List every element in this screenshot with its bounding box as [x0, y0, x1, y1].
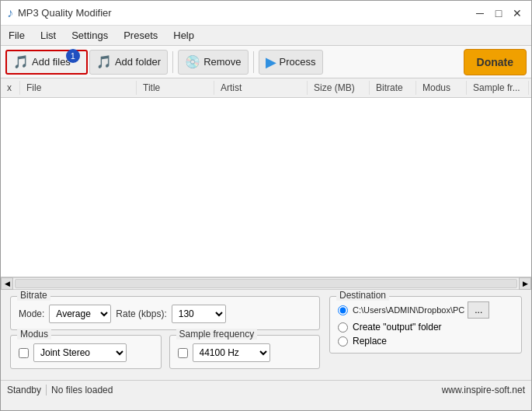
col-header-x: x	[1, 81, 20, 95]
bitrate-group: Bitrate Mode: Average Constant Variable …	[10, 296, 320, 330]
mode-select[interactable]: Average Constant Variable	[49, 305, 111, 323]
col-header-sample: Sample fr...	[467, 81, 529, 95]
scroll-right-arrow[interactable]: ▶	[519, 277, 531, 290]
scroll-left-arrow[interactable]: ◀	[1, 277, 13, 290]
destination-path-radio[interactable]	[338, 305, 348, 315]
title-bar: ♪ MP3 Quality Modifier ─ □ ✕	[1, 1, 531, 26]
process-button[interactable]: ▶ Process	[259, 50, 323, 75]
destination-path-row: C:\Users\ADMIN\Dropbox\PC ...	[338, 301, 513, 319]
remove-icon: 💿	[185, 54, 200, 69]
add-folder-button[interactable]: 🎵 Add folder	[89, 50, 168, 75]
app-title: MP3 Quality Modifier	[18, 7, 112, 19]
horizontal-scrollbar[interactable]: ◀ ▶	[1, 277, 531, 290]
minimize-button[interactable]: ─	[472, 5, 488, 21]
modus-checkbox[interactable]	[19, 348, 29, 358]
close-button[interactable]: ✕	[509, 5, 525, 21]
create-output-radio[interactable]	[338, 322, 348, 333]
status-bar: Standby No files loaded www.inspire-soft…	[1, 380, 531, 399]
status-standby: Standby	[7, 385, 41, 395]
file-table: x File Title Artist Size (MB) Bitrate Mo…	[1, 78, 531, 277]
maximize-button[interactable]: □	[491, 5, 506, 21]
bottom-left: Bitrate Mode: Average Constant Variable …	[10, 296, 320, 374]
remove-button[interactable]: 💿 Remove	[178, 50, 248, 75]
col-header-size: Size (MB)	[308, 81, 370, 95]
destination-group: Destination C:\Users\ADMIN\Dropbox\PC ..…	[329, 296, 522, 354]
destination-section: Destination C:\Users\ADMIN\Dropbox\PC ..…	[320, 296, 522, 374]
toolbar-separator-1	[172, 51, 173, 73]
menu-presets[interactable]: Presets	[116, 27, 165, 44]
menu-bar: File List Settings Presets Help	[1, 26, 531, 46]
title-bar-controls: ─ □ ✕	[472, 5, 525, 21]
title-bar-left: ♪ MP3 Quality Modifier	[7, 6, 112, 20]
col-header-file: File	[20, 81, 137, 95]
status-divider-1	[46, 385, 47, 395]
play-icon: ▶	[266, 54, 276, 71]
menu-settings[interactable]: Settings	[64, 27, 116, 44]
bottom-row: Bitrate Mode: Average Constant Variable …	[10, 296, 522, 374]
modus-group-label: Modus	[17, 329, 51, 340]
add-folder-label: Add folder	[115, 56, 161, 68]
music-note-icon: 🎵	[13, 54, 29, 69]
rate-select[interactable]: 128 130 160 192 256 320	[172, 305, 226, 323]
col-header-modus: Modus	[416, 81, 467, 95]
replace-label: Replace	[353, 336, 387, 347]
destination-label: Destination	[336, 290, 389, 301]
destination-path-text: C:\Users\ADMIN\Dropbox\PC	[353, 305, 464, 315]
scroll-track[interactable]	[15, 279, 517, 288]
modus-sample-row: Modus Joint Stereo Stereo Mono Sample fr…	[10, 335, 320, 374]
menu-help[interactable]: Help	[165, 27, 202, 44]
toolbar-separator-2	[253, 51, 254, 73]
replace-row: Replace	[338, 336, 513, 347]
sample-frequency-select[interactable]: 44100 Hz 48000 Hz 22050 Hz	[193, 343, 270, 362]
col-header-title: Title	[137, 81, 214, 95]
replace-radio[interactable]	[338, 336, 348, 347]
rate-label: Rate (kbps):	[116, 308, 166, 319]
status-website: www.inspire-soft.net	[442, 385, 525, 395]
add-files-button[interactable]: 🎵 Add files 1	[5, 50, 88, 75]
remove-label: Remove	[203, 56, 241, 68]
dest-path-container: C:\Users\ADMIN\Dropbox\PC ...	[353, 301, 489, 319]
browse-button[interactable]: ...	[468, 301, 489, 319]
bottom-section: Bitrate Mode: Average Constant Variable …	[1, 290, 531, 380]
sample-frequency-group: Sample frequency 44100 Hz 48000 Hz 22050…	[169, 335, 321, 369]
table-header: x File Title Artist Size (MB) Bitrate Mo…	[1, 78, 531, 98]
toolbar: 🎵 Add files 1 🎵 Add folder 💿 Remove ▶ Pr…	[1, 46, 531, 78]
col-header-artist: Artist	[214, 81, 308, 95]
modus-group: Modus Joint Stereo Stereo Mono	[10, 335, 162, 369]
badge-count: 1	[66, 49, 80, 63]
donate-button[interactable]: Donate	[464, 49, 527, 75]
menu-file[interactable]: File	[1, 27, 33, 44]
app-icon: ♪	[7, 6, 13, 20]
create-output-row: Create "output" folder	[338, 322, 513, 333]
mode-label: Mode:	[19, 308, 44, 319]
destination-radio-group: C:\Users\ADMIN\Dropbox\PC ... Create "ou…	[338, 301, 513, 347]
add-files-label: Add files	[32, 56, 71, 68]
menu-list[interactable]: List	[33, 27, 64, 44]
status-files: No files loaded	[51, 385, 113, 395]
col-header-bitrate: Bitrate	[370, 81, 416, 95]
folder-music-icon: 🎵	[96, 54, 112, 69]
modus-row: Joint Stereo Stereo Mono	[19, 343, 153, 362]
sample-frequency-checkbox[interactable]	[178, 348, 188, 358]
modus-select[interactable]: Joint Stereo Stereo Mono	[33, 343, 127, 362]
process-label: Process	[280, 56, 316, 68]
bitrate-label: Bitrate	[17, 290, 50, 301]
create-output-label: Create "output" folder	[353, 322, 442, 333]
table-body[interactable]	[1, 98, 531, 277]
sample-frequency-label: Sample frequency	[176, 329, 258, 340]
sample-row: 44100 Hz 48000 Hz 22050 Hz	[178, 343, 312, 362]
bitrate-row: Mode: Average Constant Variable Rate (kb…	[19, 305, 311, 323]
